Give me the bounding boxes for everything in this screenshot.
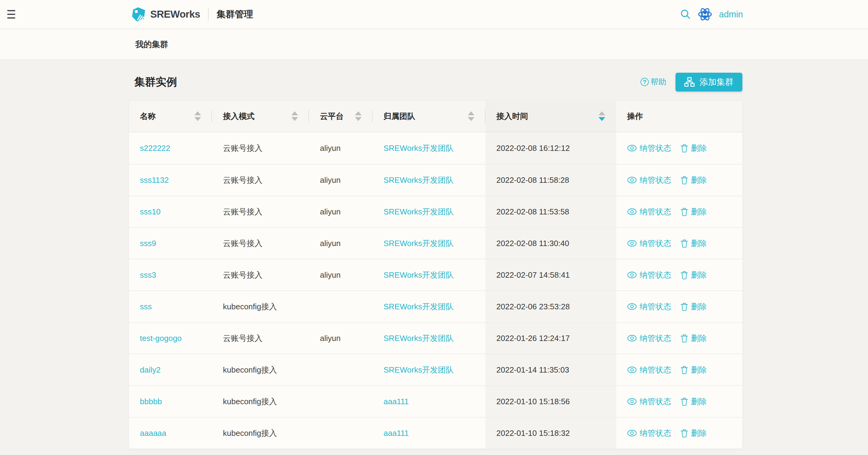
delete-action[interactable]: 删除 <box>680 143 707 154</box>
manage-status-action[interactable]: 纳管状态 <box>627 428 671 438</box>
delete-action[interactable]: 删除 <box>680 428 707 438</box>
sort-up-caret <box>468 111 474 115</box>
name-cell: sss10 <box>129 196 212 227</box>
menu-toggle-button[interactable] <box>7 8 20 20</box>
cluster-name-link[interactable]: daily2 <box>140 365 161 375</box>
trash-icon <box>680 144 688 153</box>
table-row: sss10 云账号接入 aliyun SREWorks开发团队 2022-02-… <box>129 195 742 227</box>
team-link[interactable]: SREWorks开发团队 <box>383 175 454 185</box>
cluster-name-link[interactable]: s222222 <box>140 144 170 153</box>
actions-cell: 纳管状态 删除 <box>616 354 742 385</box>
cluster-name-link[interactable]: bbbbb <box>140 397 162 406</box>
delete-label: 删除 <box>691 333 707 344</box>
actions-cell: 纳管状态 删除 <box>616 418 742 449</box>
trash-icon <box>680 176 688 185</box>
manage-status-action[interactable]: 纳管状态 <box>627 270 671 280</box>
manage-status-action[interactable]: 纳管状态 <box>627 396 671 407</box>
delete-action[interactable]: 删除 <box>680 365 707 375</box>
cluster-name-link[interactable]: sss3 <box>140 270 156 280</box>
team-link[interactable]: SREWorks开发团队 <box>383 301 454 312</box>
actions-cell: 纳管状态 删除 <box>616 196 742 227</box>
manage-status-action[interactable]: 纳管状态 <box>627 333 671 344</box>
actions-cell: 纳管状态 删除 <box>616 386 742 417</box>
column-header[interactable]: 接入时间 <box>486 101 616 132</box>
cluster-name-link[interactable]: sss9 <box>140 239 156 248</box>
manage-status-label: 纳管状态 <box>640 396 671 407</box>
cloud-platform-cell: aliyun <box>309 323 373 354</box>
delete-action[interactable]: 删除 <box>680 207 707 217</box>
team-link[interactable]: aaa111 <box>383 428 409 438</box>
manage-status-action[interactable]: 纳管状态 <box>627 175 671 185</box>
manage-status-label: 纳管状态 <box>640 333 671 344</box>
help-label: 帮助 <box>651 77 666 87</box>
cluster-name-link[interactable]: aaaaaa <box>140 428 166 438</box>
column-header-label: 名称 <box>140 111 156 122</box>
eye-icon <box>627 398 637 405</box>
trash-icon <box>680 397 688 406</box>
sort-down-caret <box>355 117 362 121</box>
team-cell: SREWorks开发团队 <box>373 323 486 354</box>
column-header[interactable]: 操作 <box>616 101 742 132</box>
manage-status-action[interactable]: 纳管状态 <box>627 238 671 249</box>
column-header[interactable]: 名称 <box>129 101 212 132</box>
delete-action[interactable]: 删除 <box>680 301 707 312</box>
team-cell: SREWorks开发团队 <box>373 164 486 195</box>
trash-icon <box>680 239 688 248</box>
delete-action[interactable]: 删除 <box>680 333 707 344</box>
delete-action[interactable]: 删除 <box>680 175 707 185</box>
delete-action[interactable]: 删除 <box>680 270 707 280</box>
sort-icon[interactable] <box>598 111 605 121</box>
cluster-table-card: 名称 接入模式 云平台 归属团队 接入时间 操作 <box>129 101 742 449</box>
team-link[interactable]: SREWorks开发团队 <box>383 238 454 249</box>
cluster-name-link[interactable]: test-gogogo <box>140 334 182 343</box>
manage-status-action[interactable]: 纳管状态 <box>627 301 671 312</box>
cluster-name-link[interactable]: sss1132 <box>140 176 169 185</box>
actions-cell: 纳管状态 删除 <box>616 291 742 322</box>
sort-icon[interactable] <box>291 111 298 121</box>
delete-label: 删除 <box>691 365 707 375</box>
name-cell: daily2 <box>129 354 212 385</box>
manage-status-action[interactable]: 纳管状态 <box>627 365 671 375</box>
sort-icon[interactable] <box>468 111 474 121</box>
delete-action[interactable]: 删除 <box>680 396 707 407</box>
team-link[interactable]: SREWorks开发团队 <box>383 270 454 280</box>
column-header-label: 操作 <box>627 111 643 122</box>
manage-status-label: 纳管状态 <box>640 301 671 312</box>
access-time-cell: 2022-02-07 14:58:41 <box>486 260 616 291</box>
access-time-cell: 2022-01-10 15:18:32 <box>486 418 616 449</box>
sort-icon[interactable] <box>194 111 201 121</box>
manage-status-label: 纳管状态 <box>640 270 671 280</box>
column-header[interactable]: 接入模式 <box>212 101 309 132</box>
main-content: 集群实例 帮助 添加集群 <box>0 60 868 455</box>
column-header[interactable]: 归属团队 <box>373 101 486 132</box>
breadcrumb: 我的集群 <box>135 40 168 49</box>
manage-status-label: 纳管状态 <box>640 143 671 154</box>
question-circle-icon <box>641 78 649 86</box>
table-row: sss1132 云账号接入 aliyun SREWorks开发团队 2022-0… <box>129 164 742 195</box>
username[interactable]: admin <box>719 9 743 20</box>
access-mode-cell: kubeconfig接入 <box>212 418 309 449</box>
cluster-name-link[interactable]: sss <box>140 302 152 311</box>
team-link[interactable]: aaa111 <box>383 397 409 406</box>
access-time-cell: 2022-02-08 11:53:58 <box>486 196 616 227</box>
eye-icon <box>627 366 637 373</box>
help-link[interactable]: 帮助 <box>641 77 666 87</box>
team-link[interactable]: SREWorks开发团队 <box>383 365 454 375</box>
delete-label: 删除 <box>691 270 707 280</box>
sort-icon[interactable] <box>355 111 362 121</box>
table-row: daily2 kubeconfig接入 SREWorks开发团队 2022-01… <box>129 354 742 385</box>
delete-action[interactable]: 删除 <box>680 238 707 249</box>
team-link[interactable]: SREWorks开发团队 <box>383 143 454 154</box>
manage-status-action[interactable]: 纳管状态 <box>627 207 671 217</box>
manage-status-action[interactable]: 纳管状态 <box>627 143 671 154</box>
column-header[interactable]: 云平台 <box>309 101 373 132</box>
top-header: SREWorks 集群管理 admin <box>0 0 868 29</box>
add-cluster-button[interactable]: 添加集群 <box>676 73 742 92</box>
cluster-name-link[interactable]: sss10 <box>140 207 161 217</box>
search-icon[interactable] <box>680 9 691 20</box>
team-link[interactable]: SREWorks开发团队 <box>383 207 454 217</box>
team-link[interactable]: SREWorks开发团队 <box>383 333 454 344</box>
delete-label: 删除 <box>691 301 707 312</box>
access-time-cell: 2022-02-08 11:58:28 <box>486 164 616 195</box>
user-avatar-icon[interactable] <box>698 7 712 22</box>
